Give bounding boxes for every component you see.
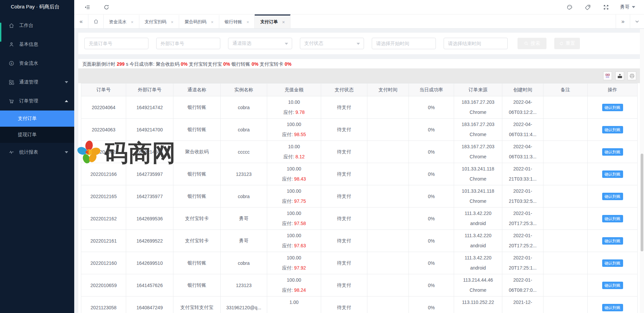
cell-amount: 10.00应付: 8.12	[267, 141, 321, 163]
cell-instance: 勇哥	[221, 208, 267, 230]
reset-icon	[559, 41, 564, 46]
collapse-menu-icon[interactable]	[83, 3, 91, 11]
select-placeholder: 通道筛选	[232, 40, 251, 46]
cell-order-no: 2022012160	[81, 252, 126, 274]
reset-button[interactable]: 重置	[554, 38, 580, 49]
tag-icon[interactable]	[584, 3, 592, 11]
cell-created: 2022-01-06T08:27:0...	[502, 274, 543, 296]
orders-table-wrap: 订单号外部订单号通道名称实例名称充值金额支付状态支付时间当日成功率订单来源创建时…	[78, 83, 640, 313]
countdown-value: 299	[117, 61, 124, 67]
sidebar-item-funds-flow[interactable]: $资金流水	[0, 54, 74, 73]
cell-source: 111.3.42.220android	[454, 252, 502, 274]
cell-status: 待支付	[321, 274, 367, 296]
column-filter-button[interactable]	[603, 71, 612, 80]
confirm-receipt-button[interactable]: 确认到账	[602, 215, 623, 222]
cell-created: 2022-04-06T03:12:2...	[502, 96, 543, 119]
cell-instance: 123123	[221, 274, 267, 296]
table-row: 2022040631649214700银行转账cobra100.00应付: 98…	[81, 119, 638, 141]
tab-bank-transfer[interactable]: 银行转账×	[219, 14, 255, 28]
sidebar-item-withdraw-orders[interactable]: 提现订单	[0, 127, 74, 143]
cell-instance: cobra	[221, 185, 267, 208]
cell-channel: 银行转账	[173, 96, 221, 119]
cell-status: 待支付	[321, 141, 367, 163]
confirm-receipt-button[interactable]: 确认到账	[602, 282, 623, 289]
cell-amount: 100.00应付: 97.92	[267, 252, 321, 274]
cell-instance: ccccc	[221, 141, 267, 163]
confirm-receipt-button[interactable]: 确认到账	[602, 148, 623, 156]
sidebar-item-order-mgmt[interactable]: 订单管理	[0, 92, 74, 111]
tab-pay-orders[interactable]: 支付订单×	[255, 14, 290, 28]
cell-source: 113.214.44.46Chrome	[454, 274, 502, 296]
rate-name: 支付宝转支付宝	[189, 61, 223, 67]
cell-created: 2022-01-21T03:32:5...	[502, 185, 543, 208]
filter-select-channel-filter[interactable]: 通道筛选	[228, 38, 292, 49]
cell-status: 待支付	[321, 96, 367, 119]
svg-text:$: $	[11, 62, 12, 65]
confirm-receipt-button[interactable]: 确认到账	[602, 104, 623, 111]
close-icon[interactable]: ×	[282, 20, 285, 25]
palette-icon[interactable]	[565, 3, 573, 11]
sidebar-item-basic-info[interactable]: 基本信息	[0, 35, 74, 54]
search-icon	[524, 41, 529, 46]
filter-input-external-order-no[interactable]	[156, 38, 220, 49]
refresh-icon[interactable]	[102, 3, 110, 11]
filter-input-start-time[interactable]	[372, 38, 436, 49]
cell-source: 101.33.241.118Chrome	[454, 185, 502, 208]
username: 勇哥	[620, 4, 629, 10]
tab-aggregate-scan[interactable]: 聚合码扫码×	[179, 14, 219, 28]
sidebar-item-label: 资金流水	[19, 60, 38, 66]
tabs-scroll-left-button[interactable]: «	[74, 14, 88, 28]
sidebar-item-label: 通道管理	[19, 79, 38, 85]
column-header: 支付状态	[321, 84, 367, 96]
confirm-receipt-button[interactable]: 确认到账	[602, 237, 623, 245]
confirm-receipt-button[interactable]: 确认到账	[602, 304, 623, 311]
cell-order-no: 202204063	[81, 119, 126, 141]
sidebar-submenu-order-mgmt: 支付订单提现订单	[0, 111, 74, 143]
close-icon[interactable]: ×	[247, 20, 249, 25]
cell-source: 111.3.42.220android	[454, 230, 502, 252]
tab-funds-flow[interactable]: 资金流水×	[104, 14, 139, 28]
sidebar-item-label: 订单管理	[19, 98, 38, 104]
app-title: Cobra Pay · 码商后台	[0, 0, 74, 13]
export-button[interactable]	[615, 71, 624, 80]
sidebar-item-stats-report[interactable]: 统计报表	[0, 143, 74, 162]
sidebar-item-pay-orders[interactable]: 支付订单	[0, 111, 74, 127]
confirm-receipt-button[interactable]: 确认到账	[602, 193, 623, 200]
tabs-menu-button[interactable]	[630, 14, 644, 28]
filter-select-pay-status[interactable]: 支付状态	[300, 38, 364, 49]
filter-input-recharge-order-no[interactable]	[84, 38, 148, 49]
cell-channel: 支付宝转卡	[173, 230, 221, 252]
home-tab[interactable]	[88, 14, 104, 28]
print-button[interactable]	[627, 71, 636, 80]
confirm-receipt-button[interactable]: 确认到账	[602, 126, 623, 133]
confirm-receipt-button[interactable]: 确认到账	[602, 259, 623, 267]
close-icon[interactable]: ×	[131, 20, 134, 25]
cell-instance: cobra	[221, 252, 267, 274]
chevron-down-icon	[65, 151, 68, 153]
tab-alipay-scan[interactable]: 支付宝扫码×	[139, 14, 179, 28]
tabs-scroll-right-button[interactable]: »	[616, 14, 630, 28]
close-icon[interactable]: ×	[211, 20, 214, 25]
table-row: 20220121661642735997银行转账123123100.00应付: …	[81, 163, 638, 185]
report-icon	[8, 149, 15, 155]
filter-input-end-time[interactable]	[444, 38, 508, 49]
refresh-status-line: 页面刷新倒计时 299 s 今日成功率: 聚合收款码 0% 支付宝转支付宝 0%…	[82, 60, 640, 68]
sidebar-subitem-label: 支付订单	[18, 116, 37, 122]
cell-remark	[543, 208, 588, 230]
cell-pay-time	[367, 296, 409, 313]
table-row: 20220121621642699536支付宝转卡勇哥100.00应付: 97.…	[81, 208, 638, 230]
scrollbar-thumb[interactable]	[641, 154, 643, 251]
cell-amount: 100.00应付: 97.75	[267, 185, 321, 208]
close-icon[interactable]: ×	[171, 20, 174, 25]
sidebar-item-channel-mgmt[interactable]: 通道管理	[0, 73, 74, 92]
confirm-receipt-button[interactable]: 确认到账	[602, 170, 623, 178]
cell-rate: 0%	[409, 163, 454, 185]
cell-amount: 100.00应付: 98.24	[267, 274, 321, 296]
cell-rate: 0%	[409, 141, 454, 163]
user-menu[interactable]: 勇哥	[620, 4, 635, 10]
fullscreen-icon[interactable]	[602, 3, 610, 11]
search-button[interactable]: 搜索	[517, 38, 547, 49]
cell-rate: 0%	[409, 119, 454, 141]
cell-pay-time	[367, 141, 409, 163]
sidebar-item-workbench[interactable]: 工作台	[0, 16, 74, 35]
